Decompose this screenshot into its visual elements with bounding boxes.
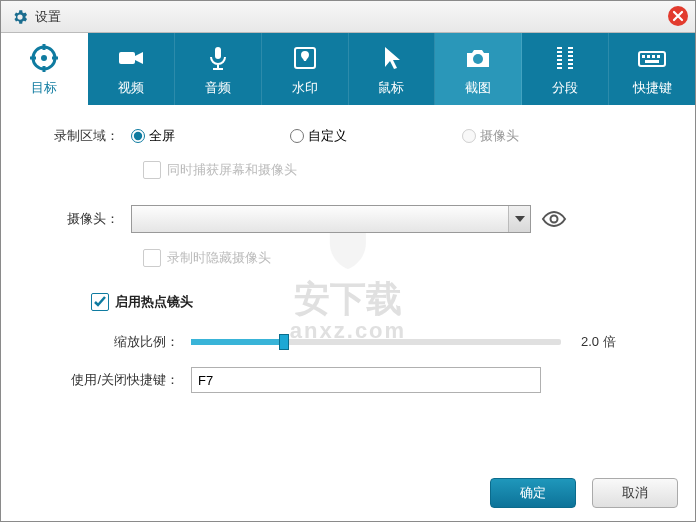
tab-label: 水印	[292, 79, 318, 97]
svg-rect-19	[639, 52, 665, 66]
target-icon	[29, 41, 59, 75]
checkbox-capture-both[interactable]: 同时捕获屏幕和摄像头	[143, 161, 297, 179]
svg-rect-21	[647, 55, 650, 58]
svg-rect-18	[568, 65, 573, 67]
tab-watermark[interactable]: 水印	[262, 33, 349, 105]
record-area-label: 录制区域：	[31, 127, 131, 145]
hotkey-input[interactable]	[191, 367, 541, 393]
radio-fullscreen[interactable]: 全屏	[131, 127, 175, 145]
radio-group-area: 全屏 自定义 摄像头	[131, 127, 519, 145]
cancel-button[interactable]: 取消	[592, 478, 678, 508]
ok-button[interactable]: 确定	[490, 478, 576, 508]
row-capture-both: 同时捕获屏幕和摄像头	[31, 161, 665, 179]
svg-rect-15	[568, 53, 573, 55]
checkbox-icon	[143, 161, 161, 179]
tab-label: 快捷键	[633, 79, 672, 97]
cursor-icon	[376, 41, 406, 75]
svg-rect-11	[557, 57, 562, 59]
tab-screenshot[interactable]: 截图	[435, 33, 522, 105]
svg-rect-22	[652, 55, 655, 58]
svg-point-2	[41, 55, 47, 61]
svg-rect-20	[642, 55, 645, 58]
tab-label: 分段	[552, 79, 578, 97]
checkbox-enable-hotspot[interactable]: 启用热点镜头	[91, 293, 193, 311]
tab-segment[interactable]: 分段	[522, 33, 609, 105]
video-icon	[116, 41, 146, 75]
zoom-slider[interactable]	[191, 339, 561, 345]
zoom-label: 缩放比例：	[31, 333, 191, 351]
camera-label: 摄像头：	[31, 210, 131, 228]
tabbar: 目标 视频 音频 水印 鼠标 截图 分段 快捷键	[1, 33, 695, 105]
row-enable-hotspot: 启用热点镜头	[31, 293, 665, 311]
svg-point-6	[473, 54, 483, 64]
gear-icon	[11, 8, 29, 26]
eye-icon[interactable]	[541, 210, 567, 228]
svg-point-25	[551, 216, 558, 223]
svg-rect-10	[557, 53, 562, 55]
row-record-area: 录制区域： 全屏 自定义 摄像头	[31, 127, 665, 145]
svg-rect-16	[568, 57, 573, 59]
camera-dropdown[interactable]	[131, 205, 531, 233]
tab-label: 音频	[205, 79, 231, 97]
keyboard-icon	[636, 41, 668, 75]
filmstrip-icon	[550, 41, 580, 75]
row-hotkey: 使用/关闭快捷键：	[31, 367, 665, 393]
row-camera: 摄像头：	[31, 205, 665, 233]
slider-thumb[interactable]	[279, 334, 289, 350]
radio-custom[interactable]: 自定义	[290, 127, 347, 145]
watermark-icon	[290, 41, 320, 75]
tab-target[interactable]: 目标	[1, 33, 88, 105]
tab-label: 目标	[31, 79, 57, 97]
tab-label: 视频	[118, 79, 144, 97]
svg-rect-4	[215, 47, 221, 59]
checkbox-hide-camera[interactable]: 录制时隐藏摄像头	[143, 249, 271, 267]
chevron-down-icon	[508, 206, 530, 232]
svg-rect-9	[557, 49, 562, 51]
tab-mouse[interactable]: 鼠标	[349, 33, 436, 105]
svg-rect-13	[557, 65, 562, 67]
row-zoom: 缩放比例： 2.0 倍	[31, 333, 665, 351]
radio-camera[interactable]: 摄像头	[462, 127, 519, 145]
svg-rect-14	[568, 49, 573, 51]
hotkey-label: 使用/关闭快捷键：	[31, 371, 191, 389]
checkbox-icon	[143, 249, 161, 267]
svg-rect-24	[645, 60, 659, 63]
window-title: 设置	[35, 8, 61, 26]
row-hide-camera: 录制时隐藏摄像头	[31, 249, 665, 267]
svg-rect-12	[557, 61, 562, 63]
tab-audio[interactable]: 音频	[175, 33, 262, 105]
watermark-overlay: 安下载 anxz.com	[290, 217, 406, 343]
zoom-value: 2.0 倍	[581, 333, 616, 351]
svg-rect-17	[568, 61, 573, 63]
content-panel: 安下载 anxz.com 录制区域： 全屏 自定义 摄像头 同时捕获屏幕和摄像头…	[1, 105, 695, 475]
microphone-icon	[203, 41, 233, 75]
tab-label: 截图	[465, 79, 491, 97]
close-icon[interactable]	[667, 5, 689, 27]
camera-icon	[463, 41, 493, 75]
tab-label: 鼠标	[378, 79, 404, 97]
svg-rect-23	[657, 55, 660, 58]
titlebar: 设置	[1, 1, 695, 33]
svg-rect-3	[119, 52, 135, 64]
tab-hotkey[interactable]: 快捷键	[609, 33, 695, 105]
tab-video[interactable]: 视频	[88, 33, 175, 105]
checkbox-checked-icon	[91, 293, 109, 311]
footer: 确定 取消	[490, 478, 678, 508]
